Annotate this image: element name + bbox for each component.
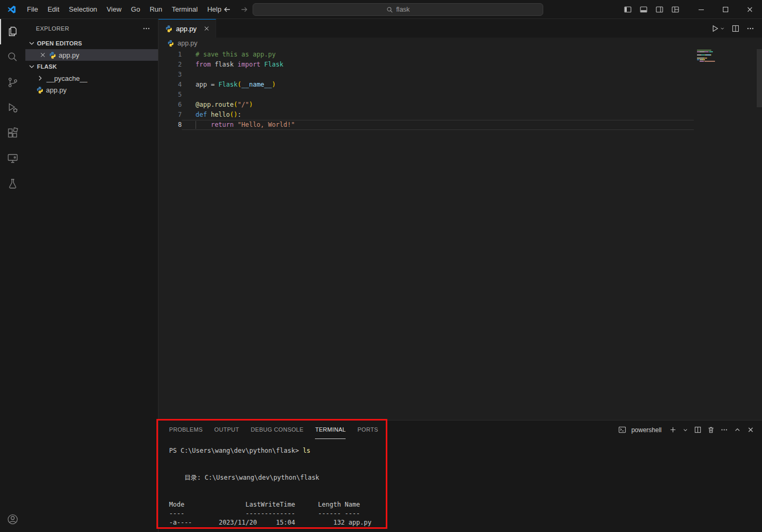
code-line-6[interactable]: 6@app.route("/") [159,100,694,110]
activity-explorer[interactable] [0,19,25,44]
layout-controls [620,0,684,19]
activity-source-control[interactable] [0,70,25,95]
code-token: ) [249,101,253,108]
tab-close-icon[interactable] [203,25,210,32]
line-content [182,90,694,100]
launch-profile-chevron-icon[interactable] [682,427,689,433]
activity-extensions[interactable] [0,120,25,146]
panel-tab-ports[interactable]: PORTS [357,421,378,439]
code-line-4[interactable]: 4app = Flask(__name__) [159,80,694,90]
line-content: from flask import Flask [182,60,694,70]
python-file-icon [36,86,44,94]
terminal-line: Mode LastWriteTime Length Name [169,500,762,509]
split-terminal-icon[interactable] [694,426,702,434]
code-token: def [196,111,207,118]
panel-tab-problems[interactable]: PROBLEMS [169,421,203,439]
section-open-editors[interactable]: OPEN EDITORS [25,38,158,49]
activity-run-debug[interactable] [0,95,25,120]
line-number[interactable]: 3 [159,70,182,80]
line-number[interactable]: 5 [159,90,182,100]
activity-account[interactable] [0,507,25,532]
more-actions-icon[interactable] [746,24,755,33]
folder-pycache[interactable]: __pycache__ [25,72,158,84]
open-editor-item-app-py[interactable]: app.py [25,49,158,61]
file-label: app.py [46,86,67,94]
line-number[interactable]: 7 [159,110,182,120]
search-icon [6,51,19,63]
activity-search[interactable] [0,44,25,70]
code-token: __name__ [241,81,272,88]
shell-label[interactable]: powershell [631,426,662,434]
breadcrumb-item[interactable]: app.py [178,40,198,47]
section-flask-root[interactable]: FLASK [25,61,158,72]
code-token: Flask [264,61,283,68]
activity-remote-explorer[interactable] [0,146,25,171]
close-panel-icon[interactable] [747,426,755,434]
terminal-text: PS C:\Users\wang\dev\python\flask> [169,447,303,454]
toggle-sidebar-icon[interactable] [620,0,635,19]
file-app-py[interactable]: app.py [25,84,158,96]
split-editor-icon[interactable] [731,24,740,33]
line-number[interactable]: 1 [159,50,182,60]
line-number[interactable]: 6 [159,100,182,110]
tab-app-py[interactable]: app.py [159,19,216,38]
line-number[interactable]: 8 [159,120,182,130]
menu-run[interactable]: Run [145,3,167,16]
toggle-panel-icon[interactable] [636,0,651,19]
terminal-line: -a---- 2023/11/20 15:04 132 app.py [169,518,762,527]
back-arrow-button[interactable] [221,3,234,16]
command-center-search[interactable]: flask [253,3,543,16]
close-editor-icon[interactable] [39,51,47,59]
code-line-2[interactable]: 2from flask import Flask [159,60,694,70]
forward-arrow-button[interactable] [238,3,250,16]
code-token: ) [234,111,237,118]
terminal-line [169,464,762,473]
code-line-3[interactable]: 3 [159,70,694,80]
code-line-8[interactable]: 8 return "Hello, World!" [159,120,694,130]
panel-actions: powershell [618,426,755,434]
maximize-button[interactable] [713,0,738,19]
run-debug-icon [6,101,19,114]
minimap[interactable] [694,50,757,62]
terminal-line: 目录: C:\Users\wang\dev\python\flask [169,473,762,482]
line-number[interactable]: 2 [159,60,182,70]
panel-tab-terminal[interactable]: TERMINAL [315,421,346,439]
run-file-button[interactable] [711,24,725,33]
code-token [207,111,211,118]
menu-go[interactable]: Go [126,3,145,16]
code-token: Flask [218,81,237,88]
menu-edit[interactable]: Edit [43,3,64,16]
activity-testing[interactable] [0,171,25,197]
remote-explorer-icon [6,152,19,165]
titlebar-controls [620,0,762,19]
editor-scrollbar[interactable] [757,49,762,107]
code-line-5[interactable]: 5 [159,90,694,100]
panel-tab-debug-console[interactable]: DEBUG CONSOLE [251,421,304,439]
chevron-down-icon [27,39,36,48]
terminal-content[interactable]: PS C:\Users\wang\dev\python\flask> ls 目录… [159,439,762,532]
menu-selection[interactable]: Selection [64,3,101,16]
sidebar-explorer: EXPLORER OPEN EDITORS app.py [25,19,159,532]
menu-file[interactable]: File [22,3,43,16]
maximize-panel-icon[interactable] [733,426,741,434]
kill-terminal-icon[interactable] [707,426,715,434]
more-actions-icon[interactable] [720,426,728,434]
panel-tab-output[interactable]: OUTPUT [215,421,239,439]
panel-tabs: PROBLEMSOUTPUTDEBUG CONSOLETERMINALPORTS [169,421,378,439]
code-token: : [238,111,241,118]
customize-layout-icon[interactable] [668,0,683,19]
close-window-button[interactable] [738,0,762,19]
line-number[interactable]: 4 [159,80,182,90]
code-editor[interactable]: 1# save this as app.py2from flask import… [159,49,762,420]
menu-view[interactable]: View [102,3,126,16]
minimize-button[interactable] [689,0,713,19]
more-actions-icon[interactable] [142,24,151,33]
line-content: @app.route("/") [182,100,694,110]
code-lines: 1# save this as app.py2from flask import… [159,50,694,130]
toggle-secondary-sidebar-icon[interactable] [652,0,667,19]
new-terminal-icon[interactable] [669,426,677,434]
code-line-7[interactable]: 7def hello(): [159,110,694,120]
breadcrumb[interactable]: app.py [159,38,762,49]
code-line-1[interactable]: 1# save this as app.py [159,50,694,60]
menu-terminal[interactable]: Terminal [167,3,202,16]
